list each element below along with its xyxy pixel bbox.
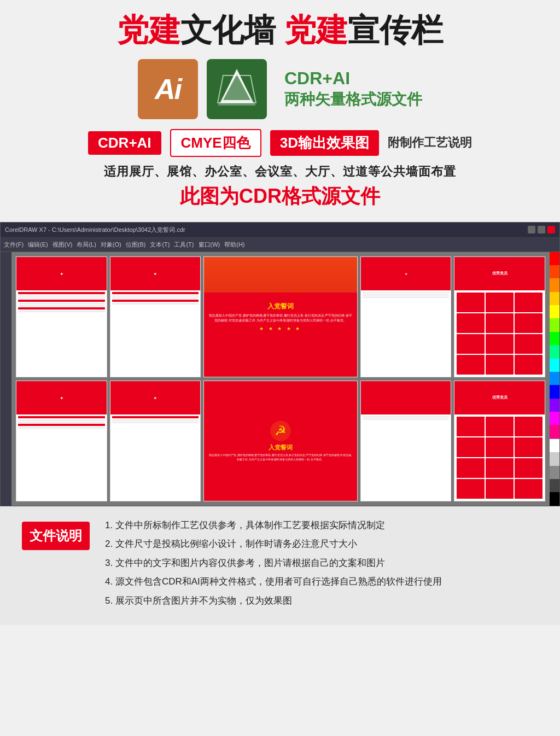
palette-magenta [550,412,559,425]
main-title: 党建文化墙 党建宣传栏 [22,11,538,49]
cdr-svg-icon [212,65,261,114]
screenshot-container: CorelDRAW X7 - C:\Users\Administrator\De… [0,222,560,506]
oath-stars: ★ ★ ★ ★ ★ [259,326,301,331]
palette-yellow [550,305,559,318]
icon-text-block: CDR+AI 两种矢量格式源文件 [284,68,422,109]
minimize-btn[interactable] [528,226,535,233]
title-part2: 文化墙 [180,12,284,48]
titlebar-controls [528,226,555,233]
panel-row-2: ★ ★ [16,381,545,501]
panel-row-1: ★ ★ [16,256,545,377]
menu-view[interactable]: 视图(V) [52,241,73,249]
oath-text-2: 我志愿加入中国共产党,拥护党的纲领,遵守党的章程,履行党员义务,执行党的决定,严… [208,453,352,462]
note-item-2: 2. 文件尺寸是投稿比例缩小设计，制作时请务必注意尺寸大小 [103,536,538,553]
menu-edit[interactable]: 编辑(E) [28,241,48,249]
close-btn[interactable] [547,226,555,233]
screenshot-titlebar: CorelDRAW X7 - C:\Users\Administrator\De… [1,223,559,238]
icons-row: Ai CDR+AI 两种矢量格式源文件 [22,59,538,119]
format-title: CDR+AI [284,68,422,89]
note-item-3: 3. 文件中的文字和图片内容仅供参考，图片请根据自己的文案和图片 [103,555,538,572]
menu-window[interactable]: 窗口(W) [199,241,220,249]
subtitle: 适用展厅、展馆、办公室、会议室、大厅、过道等公共墙面布置 [22,163,538,180]
format-subtitle: 两种矢量格式源文件 [284,89,422,110]
ai-icon: Ai [138,59,198,119]
title-part3: 党建 [284,12,348,48]
palette-orange [550,278,559,291]
menu-object[interactable]: 对象(O) [101,241,121,249]
svg-text:☭: ☭ [275,423,287,438]
tags-row: CDR+AI CMYE四色 3D输出效果图 附制作工艺说明 [22,129,538,157]
file-note-label: 文件说明 [22,522,90,550]
panel-right-2: 优秀党员 [454,256,545,377]
palette-orange-red [550,265,559,278]
titlebar-text: CorelDRAW X7 - C:\Users\Administrator\De… [5,226,185,234]
color-palette-bar [550,252,559,506]
panel-left-1: ★ [16,256,107,377]
left-toolbox [1,252,11,506]
menu-file[interactable]: 文件(F) [4,241,24,249]
bottom-section: 文件说明 1. 文件中所标制作工艺仅供参考，具体制作工艺要根据实际情况制定 2.… [0,506,560,625]
screenshot-toolbar: 文件(F) 编辑(E) 视图(V) 布局(L) 对象(O) 位图(B) 文本(T… [1,238,559,252]
palette-light-gray [550,452,559,465]
cdr-icon [207,59,267,119]
panel2-left-1: ★ [16,381,107,501]
panel2-left-2: ★ [110,381,201,501]
palette-gray [550,466,559,479]
oath-text: 我志愿加入中国共产党,拥护党的纲领,遵守党的章程,履行党员义务,执行党的决定,严… [208,313,352,323]
maximize-btn[interactable] [538,226,545,233]
note-item-5: 5. 展示页中所含图片并不为实物，仅为效果图 [103,593,538,610]
center-panel-2: ☭ 入党誓词 我志愿加入中国共产党,拥护党的纲领,遵守党的章程,履行党员义务,执… [203,381,357,501]
panel-right-1: ★ [360,256,452,377]
tag-cmye: CMYE四色 [170,129,261,157]
palette-cyan [550,359,559,372]
note-item-1: 1. 文件中所标制作工艺仅供参考，具体制作工艺要根据实际情况制定 [103,517,538,534]
palette-pink [550,425,559,438]
cdr-notice: 此图为CDR格式源文件 [22,183,538,210]
notes-list: 1. 文件中所标制作工艺仅供参考，具体制作工艺要根据实际情况制定 2. 文件尺寸… [103,517,538,612]
palette-white [550,439,559,452]
palette-green [550,332,559,345]
oath-title-2: 入党誓词 [269,443,293,452]
oath-title: 入党誓词 [267,302,294,311]
note-item-4: 4. 源文件包含CDR和AI两种文件格式，使用者可自行选择自己熟悉的软件进行使用 [103,574,538,591]
palette-dark-gray [550,479,559,492]
panel-left-2: ★ [110,256,201,377]
menu-tools[interactable]: 工具(T) [174,241,194,249]
tag-craft: 附制作工艺说明 [388,135,472,151]
header-section: 党建文化墙 党建宣传栏 Ai CDR+AI 两种矢量格式源文件 CDR+AI C… [0,0,560,222]
cdr-canvas: ★ ★ [11,252,550,506]
center-panel-oath: 入党誓词 我志愿加入中国共产党,拥护党的纲领,遵守党的章程,履行党员义务,执行党… [203,256,357,377]
menu-layout[interactable]: 布局(L) [77,241,96,249]
menu-help[interactable]: 帮助(H) [224,241,244,249]
palette-black [550,492,559,505]
palette-yellow-green [550,318,559,331]
palette-teal [550,345,559,358]
palette-purple [550,399,559,412]
tag-3d: 3D输出效果图 [270,130,379,156]
tag-cdr-ai: CDR+AI [88,131,161,155]
menu-bitmap[interactable]: 位图(B) [126,241,146,249]
panel2-right-2: 优秀党员 [454,381,545,501]
menu-text[interactable]: 文本(T) [150,241,170,249]
palette-red [550,252,559,265]
palette-light-blue [550,372,559,385]
title-part4: 宣传栏 [348,12,443,48]
hammer-sickle-icon: ☭ [270,420,291,442]
panel2-right-1 [360,381,452,501]
title-part1: 党建 [117,12,180,48]
palette-blue [550,385,559,398]
palette-yellow-orange [550,292,559,305]
